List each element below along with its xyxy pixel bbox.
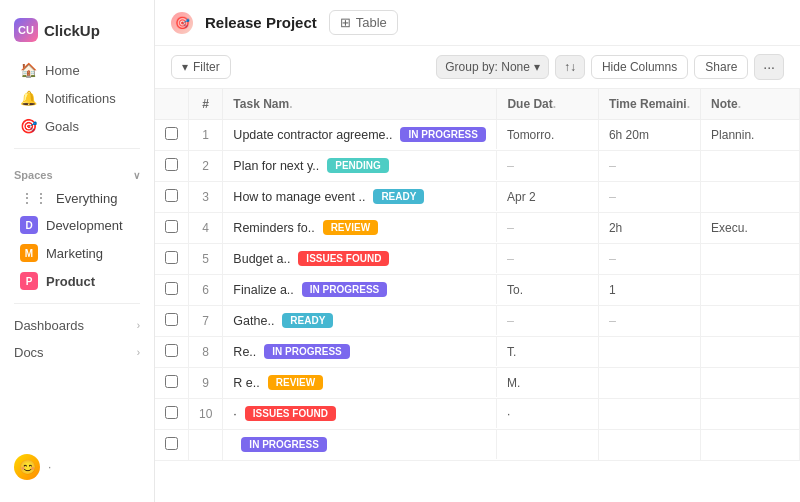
row-checkbox[interactable] xyxy=(165,406,178,419)
time-remaining-dash: – xyxy=(609,159,616,173)
row-time-remaining xyxy=(598,337,700,368)
group-by-button[interactable]: Group by: None ▾ xyxy=(436,55,549,79)
row-task-name[interactable]: Gathe.. READY xyxy=(223,306,497,335)
sort-button[interactable]: ↑↓ xyxy=(555,55,585,79)
goals-icon: 🎯 xyxy=(20,118,37,134)
hide-columns-button[interactable]: Hide Columns xyxy=(591,55,688,79)
col-task-name[interactable]: Task Nam. xyxy=(223,89,497,120)
project-title: Release Project xyxy=(205,14,317,31)
row-task-name[interactable]: · ISSUES FOUND xyxy=(223,399,497,428)
row-task-name[interactable]: R e.. REVIEW xyxy=(223,368,497,397)
task-name-text: Finalize a.. xyxy=(233,283,293,297)
row-due-date: – xyxy=(497,306,598,337)
sidebar-item-marketing[interactable]: M Marketing xyxy=(6,239,148,267)
sidebar-item-marketing-label: Marketing xyxy=(46,246,103,261)
row-checkbox[interactable] xyxy=(165,313,178,326)
row-checkbox[interactable] xyxy=(165,282,178,295)
due-date-text: Tomorro. xyxy=(507,128,554,142)
sidebar-item-goals[interactable]: 🎯 Goals xyxy=(6,112,148,140)
user-label: · xyxy=(48,460,51,474)
row-time-remaining: 2h xyxy=(598,213,700,244)
sidebar-logo[interactable]: CU ClickUp xyxy=(0,12,154,56)
col-due-date[interactable]: Due Dat. xyxy=(497,89,598,120)
row-task-name[interactable]: Plan for next y.. PENDING xyxy=(223,151,497,180)
table-view-tab[interactable]: ⊞ Table xyxy=(329,10,398,35)
row-checkbox[interactable] xyxy=(165,375,178,388)
col-time-remaining[interactable]: Time Remaini. xyxy=(598,89,700,120)
table-row[interactable]: 3 How to manage event .. READY Apr 2– xyxy=(155,182,800,213)
share-button[interactable]: Share xyxy=(694,55,748,79)
row-task-name[interactable]: Finalize a.. IN PROGRESS xyxy=(223,275,497,304)
row-notes xyxy=(701,430,800,461)
spaces-chevron[interactable]: ∨ xyxy=(133,170,140,181)
row-number: 1 xyxy=(189,120,223,151)
sidebar-divider xyxy=(14,148,140,149)
row-notes xyxy=(701,399,800,430)
more-icon: ··· xyxy=(763,59,775,75)
notes-text: Plannin. xyxy=(711,128,754,142)
due-date-text: M. xyxy=(507,376,520,390)
table-header-row: # Task Nam. Due Dat. Time Remaini. Note. xyxy=(155,89,800,120)
product-dot: P xyxy=(20,272,38,290)
sort-icon: ↑↓ xyxy=(564,60,576,74)
sidebar-item-development[interactable]: D Development xyxy=(6,211,148,239)
task-name-text: Reminders fo.. xyxy=(233,221,314,235)
row-task-name[interactable]: Budget a.. ISSUES FOUND xyxy=(223,244,497,273)
sidebar-item-dashboards[interactable]: Dashboards › xyxy=(0,312,154,339)
row-checkbox-cell xyxy=(155,368,189,399)
row-due-date: · xyxy=(497,399,598,430)
sidebar-item-notifications[interactable]: 🔔 Notifications xyxy=(6,84,148,112)
filter-button[interactable]: ▾ Filter xyxy=(171,55,231,79)
sidebar-item-product[interactable]: P Product xyxy=(6,267,148,295)
sidebar-item-everything[interactable]: ⋮⋮ Everything xyxy=(6,185,148,211)
table-container[interactable]: # Task Nam. Due Dat. Time Remaini. Note.… xyxy=(155,89,800,502)
row-checkbox[interactable] xyxy=(165,344,178,357)
row-checkbox[interactable] xyxy=(165,437,178,450)
row-checkbox[interactable] xyxy=(165,220,178,233)
sidebar-item-home[interactable]: 🏠 Home xyxy=(6,56,148,84)
row-time-remaining xyxy=(598,368,700,399)
task-name-text: Budget a.. xyxy=(233,252,290,266)
due-date-text: Apr 2 xyxy=(507,190,536,204)
row-task-name[interactable]: How to manage event .. READY xyxy=(223,182,497,211)
dashboards-label: Dashboards xyxy=(14,318,84,333)
header: 🎯 Release Project ⊞ Table xyxy=(155,0,800,46)
table-row[interactable]: 9 R e.. REVIEW M. xyxy=(155,368,800,399)
table-icon: ⊞ xyxy=(340,15,351,30)
table-row[interactable]: 5 Budget a.. ISSUES FOUND –– xyxy=(155,244,800,275)
sidebar-user[interactable]: 😊 · xyxy=(0,444,154,490)
table-row[interactable]: IN PROGRESS xyxy=(155,430,800,461)
time-remaining-text: 2h xyxy=(609,221,622,235)
row-checkbox[interactable] xyxy=(165,251,178,264)
row-checkbox[interactable] xyxy=(165,127,178,140)
row-number: 7 xyxy=(189,306,223,337)
row-task-name[interactable]: Update contractor agreeme.. IN PROGRESS xyxy=(223,120,497,149)
time-remaining-text: 1 xyxy=(609,283,616,297)
row-task-name[interactable]: IN PROGRESS xyxy=(223,430,497,459)
row-task-name[interactable]: Reminders fo.. REVIEW xyxy=(223,213,497,242)
status-badge: REVIEW xyxy=(323,220,378,235)
sidebar-item-docs[interactable]: Docs › xyxy=(0,339,154,366)
row-time-remaining: – xyxy=(598,244,700,275)
more-button[interactable]: ··· xyxy=(754,54,784,80)
row-due-date: T. xyxy=(497,337,598,368)
table-row[interactable]: 4 Reminders fo.. REVIEW –2hExecu. xyxy=(155,213,800,244)
row-notes: Plannin. xyxy=(701,120,800,151)
row-notes xyxy=(701,337,800,368)
row-task-name[interactable]: Re.. IN PROGRESS xyxy=(223,337,497,366)
col-notes[interactable]: Note. xyxy=(701,89,800,120)
row-checkbox[interactable] xyxy=(165,158,178,171)
table-row[interactable]: 1 Update contractor agreeme.. IN PROGRES… xyxy=(155,120,800,151)
row-checkbox-cell xyxy=(155,337,189,368)
table-row[interactable]: 2 Plan for next y.. PENDING –– xyxy=(155,151,800,182)
row-checkbox[interactable] xyxy=(165,189,178,202)
table-row[interactable]: 10 · ISSUES FOUND · xyxy=(155,399,800,430)
table-row[interactable]: 8 Re.. IN PROGRESS T. xyxy=(155,337,800,368)
table-row[interactable]: 7 Gathe.. READY –– xyxy=(155,306,800,337)
time-remaining-dash: – xyxy=(609,190,616,204)
status-badge: IN PROGRESS xyxy=(302,282,387,297)
row-checkbox-cell xyxy=(155,275,189,306)
development-dot: D xyxy=(20,216,38,234)
table-row[interactable]: 6 Finalize a.. IN PROGRESS To.1 xyxy=(155,275,800,306)
group-by-label: Group by: None xyxy=(445,60,530,74)
